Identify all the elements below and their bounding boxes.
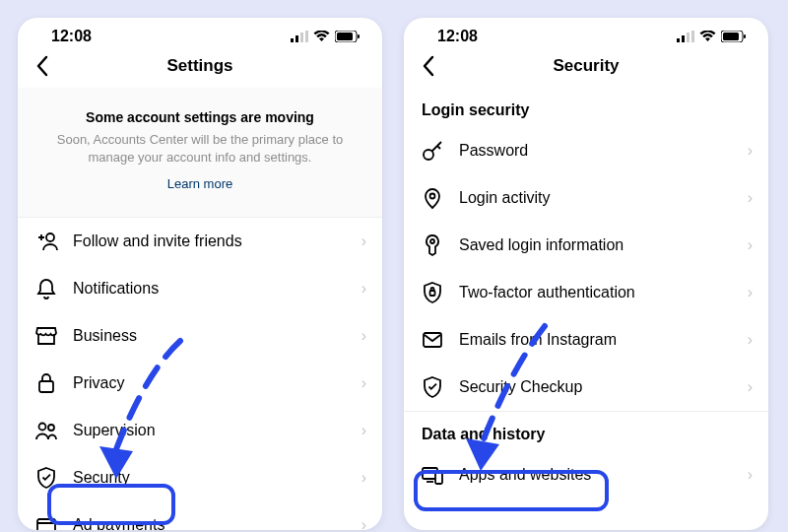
people-icon — [33, 418, 59, 443]
svg-rect-3 — [305, 31, 308, 42]
learn-more-link[interactable]: Learn more — [45, 176, 355, 191]
wifi-icon — [699, 31, 716, 42]
shop-icon — [33, 323, 59, 349]
row-label: Follow and invite friends — [73, 233, 361, 250]
lock-icon — [33, 370, 59, 396]
shield-lock-icon — [420, 280, 445, 305]
row-label: Privacy — [73, 374, 361, 392]
row-privacy[interactable]: Privacy › — [18, 360, 382, 407]
location-icon — [420, 185, 445, 211]
card-icon — [33, 512, 59, 530]
row-login-activity[interactable]: Login activity › — [404, 174, 768, 222]
info-box: Some account settings are moving Soon, A… — [18, 88, 382, 218]
chevron-right-icon: › — [361, 327, 366, 345]
svg-rect-2 — [300, 33, 303, 42]
chevron-right-icon: › — [361, 233, 366, 250]
back-button[interactable] — [32, 55, 52, 77]
row-label: Notifications — [73, 280, 361, 298]
svg-rect-8 — [39, 381, 53, 392]
key-icon — [420, 138, 445, 164]
wifi-icon — [313, 31, 330, 42]
data-history-list: Apps and websites › — [404, 451, 768, 499]
row-follow-invite[interactable]: Follow and invite friends › — [18, 218, 382, 265]
chevron-right-icon: › — [361, 374, 366, 392]
battery-icon — [721, 31, 747, 42]
devices-icon — [420, 462, 445, 488]
info-box-title: Some account settings are moving — [45, 109, 355, 125]
svg-point-10 — [48, 425, 54, 431]
row-two-factor[interactable]: Two-factor authentication › — [404, 269, 768, 316]
row-label: Security — [73, 469, 361, 487]
row-ad-payments[interactable]: Ad payments › — [18, 501, 382, 530]
row-security[interactable]: Security › — [18, 454, 382, 501]
login-security-list: Password › Login activity › Saved login … — [404, 127, 768, 412]
chevron-right-icon: › — [361, 280, 366, 298]
chevron-right-icon: › — [748, 466, 753, 484]
shield-check-icon — [420, 374, 445, 400]
row-password[interactable]: Password › — [404, 127, 768, 174]
section-header-login-security: Login security — [404, 88, 768, 127]
add-person-icon — [33, 229, 59, 254]
svg-rect-13 — [682, 35, 685, 42]
status-bar: 12:08 — [404, 18, 768, 49]
battery-icon — [335, 31, 361, 42]
section-header-data-history: Data and history — [404, 412, 768, 451]
back-button[interactable] — [418, 55, 438, 77]
row-business[interactable]: Business › — [18, 312, 382, 360]
chevron-right-icon: › — [361, 469, 366, 487]
mail-icon — [420, 327, 445, 353]
status-time: 12:08 — [51, 28, 92, 45]
svg-rect-1 — [296, 35, 298, 42]
page-title: Settings — [18, 56, 382, 76]
svg-rect-15 — [691, 31, 694, 42]
row-emails[interactable]: Emails from Instagram › — [404, 316, 768, 364]
keyhole-icon — [420, 233, 445, 258]
svg-point-21 — [430, 239, 434, 243]
nav-bar: Security — [404, 49, 768, 88]
phone-settings: 12:08 Settings Some account settings are… — [18, 18, 382, 530]
row-saved-login[interactable]: Saved login information › — [404, 222, 768, 269]
status-icons — [291, 31, 361, 42]
svg-rect-25 — [435, 472, 442, 484]
chevron-right-icon: › — [748, 236, 753, 254]
row-label: Ad payments — [73, 516, 361, 530]
row-label: Login activity — [459, 189, 748, 207]
row-label: Two-factor authentication — [459, 284, 748, 301]
row-label: Security Checkup — [459, 378, 748, 396]
page-title: Security — [404, 56, 768, 76]
svg-rect-0 — [291, 38, 294, 42]
row-label: Supervision — [73, 422, 361, 439]
signal-icon — [291, 31, 308, 42]
svg-rect-11 — [37, 519, 55, 530]
shield-check-icon — [33, 465, 59, 491]
chevron-right-icon: › — [361, 422, 366, 439]
status-time: 12:08 — [437, 28, 478, 45]
settings-list: Follow and invite friends › Notification… — [18, 218, 382, 530]
info-box-body: Soon, Accounts Center will be the primar… — [45, 131, 355, 166]
signal-icon — [677, 31, 694, 42]
row-label: Apps and websites — [459, 466, 748, 484]
chevron-right-icon: › — [748, 284, 753, 301]
row-label: Saved login information — [459, 236, 748, 254]
row-apps-websites[interactable]: Apps and websites › — [404, 451, 768, 499]
row-notifications[interactable]: Notifications › — [18, 265, 382, 312]
row-label: Emails from Instagram — [459, 331, 748, 349]
nav-bar: Settings — [18, 49, 382, 88]
bell-icon — [33, 276, 59, 301]
chevron-right-icon: › — [748, 189, 753, 207]
svg-point-20 — [430, 194, 435, 199]
svg-point-7 — [46, 233, 54, 241]
row-label: Password — [459, 142, 748, 160]
row-security-checkup[interactable]: Security Checkup › — [404, 364, 768, 411]
row-supervision[interactable]: Supervision › — [18, 407, 382, 454]
svg-rect-5 — [337, 33, 353, 40]
chevron-right-icon: › — [748, 378, 753, 396]
status-icons — [677, 31, 747, 42]
status-bar: 12:08 — [18, 18, 382, 49]
svg-rect-22 — [430, 291, 435, 296]
svg-rect-6 — [358, 34, 360, 38]
svg-rect-17 — [723, 33, 739, 40]
svg-rect-12 — [677, 38, 680, 42]
chevron-right-icon: › — [361, 516, 366, 530]
phone-security: 12:08 Security Login security Password ›… — [404, 18, 768, 530]
